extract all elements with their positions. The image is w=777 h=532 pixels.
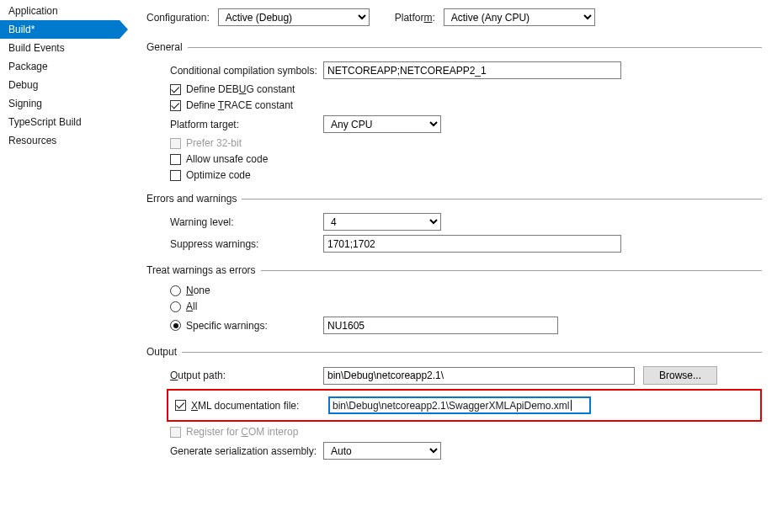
platform-target-label: Platform target: bbox=[170, 119, 323, 130]
twae-specific-radio[interactable] bbox=[170, 320, 181, 331]
conditional-symbols-label: Conditional compilation symbols: bbox=[170, 65, 323, 77]
twae-none-radio[interactable] bbox=[170, 285, 181, 296]
suppress-warnings-label: Suppress warnings: bbox=[170, 238, 323, 250]
sidebar-item-signing[interactable]: Signing bbox=[0, 94, 120, 113]
warning-level-label: Warning level: bbox=[170, 216, 323, 228]
xml-doc-checkbox[interactable] bbox=[175, 400, 186, 411]
sidebar-item-debug[interactable]: Debug bbox=[0, 76, 120, 94]
xml-doc-label: XML documentation file: bbox=[191, 400, 328, 412]
sidebar-item-resources[interactable]: Resources bbox=[0, 131, 120, 150]
xml-doc-input[interactable]: bin\Debug\netcoreapp2.1\SwaggerXMLApiDem… bbox=[328, 396, 591, 414]
define-trace-label: Define TRACE constant bbox=[186, 99, 293, 111]
register-com-label: Register for COM interop bbox=[186, 426, 298, 438]
treat-warnings-section: Treat warnings as errors None All Specif… bbox=[146, 264, 762, 334]
gen-serialization-label: Generate serialization assembly: bbox=[170, 445, 323, 457]
twae-none-label: None bbox=[186, 285, 210, 296]
general-title: General bbox=[146, 41, 183, 53]
browse-button[interactable]: Browse... bbox=[643, 366, 717, 385]
output-section: Output Output path: Browse... XML docume… bbox=[146, 346, 762, 460]
sidebar: Application Build* Build Events Package … bbox=[0, 0, 120, 532]
conditional-symbols-input[interactable] bbox=[323, 61, 621, 79]
twae-specific-label: Specific warnings: bbox=[186, 320, 323, 332]
configuration-label: Configuration: bbox=[146, 12, 210, 24]
prefer-32bit-label: Prefer 32-bit bbox=[186, 137, 242, 149]
gen-serialization-select[interactable]: Auto bbox=[323, 442, 441, 460]
allow-unsafe-label: Allow unsafe code bbox=[186, 153, 268, 165]
output-path-input[interactable] bbox=[323, 367, 635, 385]
prefer-32bit-checkbox bbox=[170, 138, 181, 149]
build-page: Configuration: Active (Debug) Platform: … bbox=[120, 0, 777, 532]
sidebar-item-build[interactable]: Build* bbox=[0, 20, 120, 39]
errors-warnings-section: Errors and warnings Warning level: 4 Sup… bbox=[146, 193, 762, 253]
optimize-code-label: Optimize code bbox=[186, 169, 251, 181]
suppress-warnings-input[interactable] bbox=[323, 235, 621, 253]
define-debug-checkbox[interactable] bbox=[170, 84, 181, 95]
general-section: General Conditional compilation symbols:… bbox=[146, 41, 762, 181]
output-path-label: Output path: bbox=[170, 370, 323, 381]
register-com-checkbox bbox=[170, 427, 181, 438]
sidebar-item-application[interactable]: Application bbox=[0, 2, 120, 20]
treat-warnings-title: Treat warnings as errors bbox=[146, 264, 256, 276]
errors-warnings-title: Errors and warnings bbox=[146, 193, 237, 205]
config-platform-row: Configuration: Active (Debug) Platform: … bbox=[146, 8, 762, 26]
optimize-code-checkbox[interactable] bbox=[170, 170, 181, 181]
twae-all-label: All bbox=[186, 301, 197, 312]
platform-select[interactable]: Active (Any CPU) bbox=[444, 8, 595, 26]
xml-doc-highlight: XML documentation file: bin\Debug\netcor… bbox=[167, 389, 762, 422]
configuration-select[interactable]: Active (Debug) bbox=[218, 8, 370, 26]
define-debug-label: Define DEBUG constant bbox=[186, 83, 295, 95]
platform-target-select[interactable]: Any CPU bbox=[323, 115, 441, 133]
allow-unsafe-checkbox[interactable] bbox=[170, 154, 181, 165]
output-title: Output bbox=[146, 346, 177, 358]
sidebar-item-package[interactable]: Package bbox=[0, 57, 120, 76]
sidebar-item-build-events[interactable]: Build Events bbox=[0, 39, 120, 57]
platform-label: Platform: bbox=[395, 12, 435, 24]
twae-specific-input[interactable] bbox=[323, 317, 558, 334]
twae-all-radio[interactable] bbox=[170, 301, 181, 312]
sidebar-item-typescript-build[interactable]: TypeScript Build bbox=[0, 113, 120, 131]
define-trace-checkbox[interactable] bbox=[170, 100, 181, 111]
warning-level-select[interactable]: 4 bbox=[323, 213, 441, 231]
